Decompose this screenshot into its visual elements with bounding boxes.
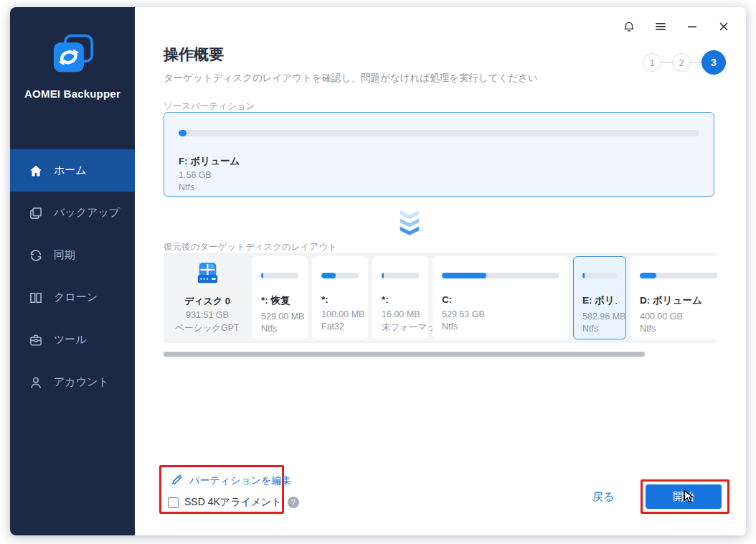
edit-partition-link[interactable]: パーティションを編集 xyxy=(171,474,291,488)
app-title: AOMEI Backupper xyxy=(10,88,135,100)
disk-name: ディスク 0 xyxy=(184,295,230,308)
target-partition-card[interactable]: *: 100.00 MB Fat32 xyxy=(312,256,368,339)
sidebar-item-label: バックアップ xyxy=(54,206,120,220)
partition-size: 400.00 GB xyxy=(640,311,717,322)
source-usage-fill xyxy=(179,130,186,136)
partition-size: 100.00 MB xyxy=(321,309,359,319)
partition-fs: Ntfs xyxy=(442,322,559,332)
step: 3 xyxy=(691,50,726,75)
start-button[interactable]: 開始 xyxy=(646,484,722,509)
target-partition-card[interactable]: *: 16.00 MB 未フォーマット xyxy=(372,256,428,339)
main-area: 操作概要 ターゲットディスクのレイアウトを確認し、問題がなければ処理を実行してく… xyxy=(135,7,746,535)
sidebar-item[interactable]: バックアップ xyxy=(10,192,135,234)
target-section-label: 復元後のターゲットディスクのレイアウト xyxy=(164,241,337,253)
home-icon xyxy=(29,164,43,178)
step-circle: 3 xyxy=(701,50,726,75)
ssd-alignment-checkbox[interactable] xyxy=(168,497,179,508)
close-icon[interactable] xyxy=(717,20,730,33)
edit-partition-label: パーティションを編集 xyxy=(189,474,291,487)
sidebar-item-label: ツール xyxy=(54,333,87,347)
partition-fs: Ntfs xyxy=(640,324,717,334)
target-partition-card[interactable]: E: ボリューム 582.96 MB Ntfs xyxy=(573,256,626,339)
titlebar-controls xyxy=(623,20,730,33)
step-circle: 1 xyxy=(643,53,661,72)
target-partition-card[interactable]: C: 529.53 GB Ntfs xyxy=(433,256,569,339)
partition-size: 16.00 MB xyxy=(382,309,419,319)
ssd-alignment-option[interactable]: SSD 4Kアライメント ? xyxy=(168,496,299,509)
pencil-icon xyxy=(171,474,183,488)
source-usage-bar xyxy=(179,130,699,136)
sidebar-item-label: クローン xyxy=(54,291,98,304)
sidebar-item[interactable]: ホーム xyxy=(10,149,135,192)
backup-icon xyxy=(29,206,43,220)
partition-name: *: xyxy=(321,294,359,305)
app-logo: AOMEI Backupper xyxy=(10,7,135,100)
aomei-logo-icon xyxy=(51,34,94,78)
partition-name: *: xyxy=(382,294,419,305)
partition-size: 582.96 MB xyxy=(582,311,617,322)
source-section-label: ソースパーティション xyxy=(164,100,255,113)
page-title: 操作概要 xyxy=(164,44,224,65)
target-partition-card[interactable]: D: ボリューム 400.00 GB Ntfs xyxy=(630,256,717,339)
minimize-icon[interactable] xyxy=(686,20,699,33)
ssd-alignment-label: SSD 4Kアライメント xyxy=(184,496,282,509)
target-disk-row: ディスク 0 931.51 GB ベーシックGPT *: 恢复 529.00 M… xyxy=(164,253,717,343)
partition-fs: Ntfs xyxy=(261,324,298,334)
partition-name: E: ボリューム xyxy=(582,294,617,307)
step-circle: 2 xyxy=(672,53,691,72)
partition-usage-bar xyxy=(261,273,298,278)
partition-fs: 未フォーマット xyxy=(382,322,419,334)
disk-icon xyxy=(194,262,221,289)
partition-list: *: 恢复 529.00 MB Ntfs *: 100.00 MB Fat32 … xyxy=(252,256,717,339)
sidebar-item[interactable]: 同期 xyxy=(10,234,135,276)
sidebar-nav: ホーム バックアップ 同期 クローン ツール アカウント xyxy=(10,149,135,403)
sync-icon xyxy=(29,248,43,263)
sidebar-item[interactable]: アカウント xyxy=(10,361,135,403)
horizontal-scrollbar xyxy=(164,352,717,357)
disk-type: ベーシックGPT xyxy=(175,322,239,334)
partition-fs: Fat32 xyxy=(321,322,359,332)
source-partition-card[interactable]: F: ボリューム 1.56 GB Ntfs xyxy=(164,112,714,197)
target-partition-card[interactable]: *: 恢复 529.00 MB Ntfs xyxy=(252,256,308,339)
tools-icon xyxy=(29,333,43,347)
partition-usage-bar xyxy=(442,273,559,278)
sidebar-item-label: ホーム xyxy=(54,164,87,177)
step-indicator: 1 2 3 xyxy=(643,50,726,75)
clone-icon xyxy=(29,291,43,305)
partition-size: 529.00 MB xyxy=(261,311,298,322)
partition-usage-bar xyxy=(382,273,419,278)
app-window: AOMEI Backupper ホーム バックアップ 同期 クローン ツール ア… xyxy=(10,7,746,535)
page-subtitle: ターゲットディスクのレイアウトを確認し、問題がなければ処理を実行してください xyxy=(164,72,538,85)
sidebar-item-label: アカウント xyxy=(54,375,109,389)
step: 2 xyxy=(661,53,691,72)
partition-usage-bar xyxy=(582,273,617,278)
step: 1 xyxy=(643,53,661,72)
disk-size: 931.51 GB xyxy=(186,310,229,320)
back-link[interactable]: 戻る xyxy=(592,490,614,504)
partition-usage-bar xyxy=(640,273,717,278)
source-partition-name: F: ボリューム xyxy=(179,155,699,168)
sidebar: AOMEI Backupper ホーム バックアップ 同期 クローン ツール ア… xyxy=(10,7,135,535)
partition-usage-bar xyxy=(321,273,359,278)
source-partition-fs: Ntfs xyxy=(179,182,699,192)
question-icon[interactable]: ? xyxy=(288,497,299,508)
step-connector xyxy=(691,62,701,63)
partition-size: 529.53 GB xyxy=(442,309,559,319)
partition-fs: Ntfs xyxy=(582,324,617,334)
sidebar-item[interactable]: クローン xyxy=(10,276,135,319)
hamburger-menu-icon[interactable] xyxy=(654,20,667,33)
partition-name: *: 恢复 xyxy=(261,294,298,307)
step-connector xyxy=(661,62,672,63)
bell-icon[interactable] xyxy=(623,20,635,33)
flow-down-chevrons-icon xyxy=(135,208,684,235)
account-icon xyxy=(29,375,43,390)
scrollbar-thumb[interactable] xyxy=(164,352,645,357)
sidebar-item-label: 同期 xyxy=(54,248,75,262)
sidebar-item[interactable]: ツール xyxy=(10,319,135,361)
partition-name: D: ボリューム xyxy=(640,294,717,307)
partition-name: C: xyxy=(442,294,559,305)
target-disk-info: ディスク 0 931.51 GB ベーシックGPT xyxy=(167,256,247,339)
source-partition-size: 1.56 GB xyxy=(179,170,699,180)
